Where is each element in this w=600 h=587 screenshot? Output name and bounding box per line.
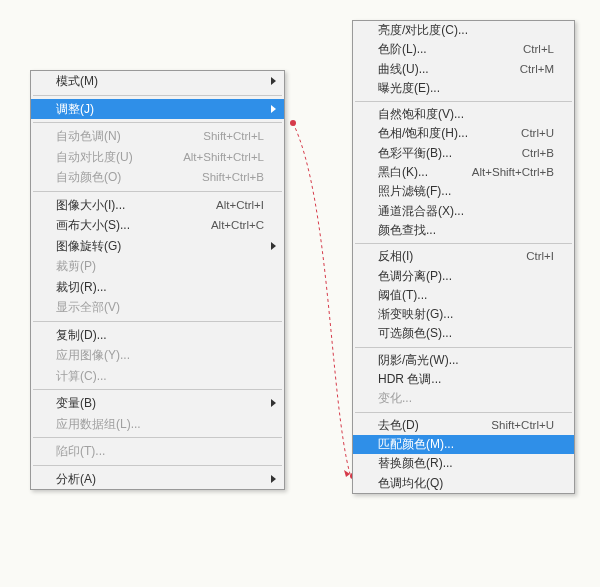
image-rotation-item[interactable]: 图像旋转(G) [31, 236, 284, 257]
canvas-size-item[interactable]: 画布大小(S)...Alt+Ctrl+C [31, 215, 284, 236]
exposure-item[interactable]: 曝光度(E)... [353, 79, 574, 98]
threshold-item[interactable]: 阈值(T)... [353, 286, 574, 305]
menu-item-shortcut: Alt+Ctrl+C [211, 215, 264, 236]
menu-item-shortcut: Shift+Ctrl+U [491, 416, 554, 435]
menu-item-label: 计算(C)... [56, 366, 264, 387]
menu-item-label: 分析(A) [56, 469, 264, 490]
menu-item-shortcut: Alt+Ctrl+I [216, 195, 264, 216]
menu-separator [33, 437, 282, 438]
menu-item-label: 曝光度(E)... [378, 79, 554, 98]
menu-item-label: 变化... [378, 389, 554, 408]
apply-data-set-item: 应用数据组(L)... [31, 414, 284, 435]
menu-item-shortcut: Shift+Ctrl+B [202, 167, 264, 188]
mode-item[interactable]: 模式(M) [31, 71, 284, 92]
submenu-arrow-icon [271, 105, 276, 113]
menu-separator [355, 347, 572, 348]
menu-item-label: 裁切(R)... [56, 277, 264, 298]
menu-item-label: 照片滤镜(F)... [378, 182, 554, 201]
menu-separator [355, 101, 572, 102]
hdr-toning-item[interactable]: HDR 色调... [353, 370, 574, 389]
menu-item-label: 模式(M) [56, 71, 264, 92]
auto-tone-item: 自动色调(N)Shift+Ctrl+L [31, 126, 284, 147]
menu-separator [355, 243, 572, 244]
menu-separator [33, 321, 282, 322]
menu-item-label: 陷印(T)... [56, 441, 264, 462]
brightness-contrast-item[interactable]: 亮度/对比度(C)... [353, 21, 574, 40]
menu-item-label: 色调分离(P)... [378, 267, 554, 286]
menu-item-label: 可选颜色(S)... [378, 324, 554, 343]
menu-item-label: 反相(I) [378, 247, 526, 266]
menu-item-label: 去色(D) [378, 416, 491, 435]
channel-mixer-item[interactable]: 通道混合器(X)... [353, 202, 574, 221]
menu-item-label: HDR 色调... [378, 370, 554, 389]
invert-item[interactable]: 反相(I)Ctrl+I [353, 247, 574, 266]
curves-item[interactable]: 曲线(U)...Ctrl+M [353, 60, 574, 79]
menu-item-label: 应用图像(Y)... [56, 345, 264, 366]
variables-item[interactable]: 变量(B) [31, 393, 284, 414]
menu-item-label: 显示全部(V) [56, 297, 264, 318]
menu-item-shortcut: Shift+Ctrl+L [203, 126, 264, 147]
image-size-item[interactable]: 图像大小(I)...Alt+Ctrl+I [31, 195, 284, 216]
adjustments-item[interactable]: 调整(J) [31, 99, 284, 120]
menu-item-label: 图像大小(I)... [56, 195, 216, 216]
menu-separator [355, 412, 572, 413]
black-white-item[interactable]: 黑白(K)...Alt+Shift+Ctrl+B [353, 163, 574, 182]
menu-item-label: 颜色查找... [378, 221, 554, 240]
menu-item-label: 自动色调(N) [56, 126, 203, 147]
menu-item-shortcut: Ctrl+U [521, 124, 554, 143]
vibrance-item[interactable]: 自然饱和度(V)... [353, 105, 574, 124]
menu-item-shortcut: Ctrl+I [526, 247, 554, 266]
menu-item-label: 调整(J) [56, 99, 264, 120]
menu-item-label: 匹配颜色(M)... [378, 435, 554, 454]
menu-separator [33, 191, 282, 192]
menu-item-shortcut: Alt+Shift+Ctrl+B [472, 163, 554, 182]
desaturate-item[interactable]: 去色(D)Shift+Ctrl+U [353, 416, 574, 435]
menu-item-label: 自动颜色(O) [56, 167, 202, 188]
menu-item-shortcut: Ctrl+M [520, 60, 554, 79]
replace-color-item[interactable]: 替换颜色(R)... [353, 454, 574, 473]
menu-item-label: 黑白(K)... [378, 163, 472, 182]
menu-item-label: 色相/饱和度(H)... [378, 124, 521, 143]
calculations-item: 计算(C)... [31, 366, 284, 387]
analysis-item[interactable]: 分析(A) [31, 469, 284, 490]
selective-color-item[interactable]: 可选颜色(S)... [353, 324, 574, 343]
menu-item-label: 阈值(T)... [378, 286, 554, 305]
menu-item-label: 渐变映射(G)... [378, 305, 554, 324]
menu-item-label: 图像旋转(G) [56, 236, 264, 257]
menu-item-label: 色阶(L)... [378, 40, 523, 59]
menu-item-label: 裁剪(P) [56, 256, 264, 277]
shadows-highlights-item[interactable]: 阴影/高光(W)... [353, 351, 574, 370]
menu-item-label: 应用数据组(L)... [56, 414, 264, 435]
menu-item-label: 替换颜色(R)... [378, 454, 554, 473]
menu-item-label: 亮度/对比度(C)... [378, 21, 554, 40]
menu-item-label: 自动对比度(U) [56, 147, 183, 168]
levels-item[interactable]: 色阶(L)...Ctrl+L [353, 40, 574, 59]
hue-saturation-item[interactable]: 色相/饱和度(H)...Ctrl+U [353, 124, 574, 143]
color-balance-item[interactable]: 色彩平衡(B)...Ctrl+B [353, 144, 574, 163]
submenu-arrow-icon [271, 242, 276, 250]
menu-separator [33, 95, 282, 96]
menu-item-label: 阴影/高光(W)... [378, 351, 554, 370]
crop-item: 裁剪(P) [31, 256, 284, 277]
trap-item: 陷印(T)... [31, 441, 284, 462]
annotation-dot-start [290, 120, 296, 126]
color-lookup-item[interactable]: 颜色查找... [353, 221, 574, 240]
menu-item-label: 色彩平衡(B)... [378, 144, 522, 163]
menu-item-shortcut: Ctrl+B [522, 144, 554, 163]
equalize-item[interactable]: 色调均化(Q) [353, 474, 574, 493]
menu-item-label: 色调均化(Q) [378, 474, 554, 493]
photo-filter-item[interactable]: 照片滤镜(F)... [353, 182, 574, 201]
menu-separator [33, 389, 282, 390]
submenu-arrow-icon [271, 77, 276, 85]
menu-separator [33, 122, 282, 123]
image-menu: 模式(M)调整(J)自动色调(N)Shift+Ctrl+L自动对比度(U)Alt… [30, 70, 285, 490]
posterize-item[interactable]: 色调分离(P)... [353, 267, 574, 286]
menu-item-label: 自然饱和度(V)... [378, 105, 554, 124]
duplicate-item[interactable]: 复制(D)... [31, 325, 284, 346]
menu-separator [33, 465, 282, 466]
match-color-item[interactable]: 匹配颜色(M)... [353, 435, 574, 454]
submenu-arrow-icon [271, 475, 276, 483]
menu-item-label: 通道混合器(X)... [378, 202, 554, 221]
trim-item[interactable]: 裁切(R)... [31, 277, 284, 298]
gradient-map-item[interactable]: 渐变映射(G)... [353, 305, 574, 324]
